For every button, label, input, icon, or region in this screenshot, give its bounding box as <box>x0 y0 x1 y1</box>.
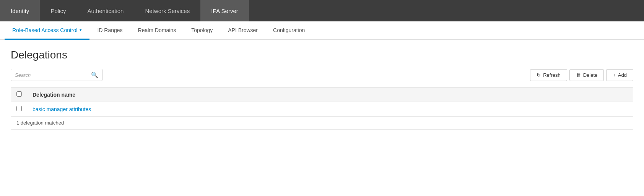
tab-rbac-label: Role-Based Access Control <box>12 27 77 33</box>
tab-api-browser[interactable]: API Browser <box>220 21 265 40</box>
row-checkbox-cell <box>11 102 27 117</box>
select-all-checkbox[interactable] <box>16 91 22 97</box>
tab-configuration[interactable]: Configuration <box>265 21 312 40</box>
col-delegation-name: Delegation name <box>27 87 633 102</box>
trash-icon: 🗑 <box>576 72 581 78</box>
delete-label: Delete <box>583 72 598 78</box>
search-button[interactable]: 🔍 <box>87 69 102 81</box>
chevron-down-icon: ▾ <box>80 28 82 32</box>
row-delegation-name-cell: basic manager attributes <box>27 102 633 117</box>
refresh-button[interactable]: ↻ Refresh <box>530 69 567 81</box>
tab-topology[interactable]: Topology <box>184 21 220 40</box>
nav-item-ipa-server[interactable]: IPA Server <box>200 0 249 21</box>
delete-button[interactable]: 🗑 Delete <box>569 69 604 81</box>
select-all-cell <box>11 87 27 102</box>
toolbar: 🔍 ↻ Refresh 🗑 Delete + Add <box>11 69 633 81</box>
nav-item-authentication[interactable]: Authentication <box>76 0 134 21</box>
action-buttons: ↻ Refresh 🗑 Delete + Add <box>530 69 633 81</box>
table-footer: 1 delegation matched <box>11 116 633 129</box>
tab-realm-domains[interactable]: Realm Domains <box>130 21 184 40</box>
table-row: basic manager attributes <box>11 102 633 117</box>
add-button[interactable]: + Add <box>606 69 633 81</box>
delegations-table: Delegation name basic manager attributes… <box>11 87 633 130</box>
plus-icon: + <box>613 72 616 78</box>
tab-id-ranges[interactable]: ID Ranges <box>89 21 130 40</box>
nav-item-policy[interactable]: Policy <box>40 0 76 21</box>
refresh-label: Refresh <box>543 72 561 78</box>
search-input[interactable] <box>11 70 87 81</box>
search-wrapper: 🔍 <box>11 69 102 81</box>
nav-item-network-services[interactable]: Network Services <box>134 0 200 21</box>
top-nav: Identity Policy Authentication Network S… <box>0 0 644 21</box>
add-label: Add <box>618 72 627 78</box>
sub-nav: Role-Based Access Control ▾ ID Ranges Re… <box>0 21 644 40</box>
page-title: Delegations <box>11 49 633 61</box>
main-content: Delegations 🔍 ↻ Refresh 🗑 Delete + Add <box>0 40 644 139</box>
row-checkbox[interactable] <box>16 106 22 111</box>
refresh-icon: ↻ <box>537 72 541 78</box>
tab-rbac[interactable]: Role-Based Access Control ▾ <box>5 21 89 40</box>
delegation-name-link[interactable]: basic manager attributes <box>33 106 91 112</box>
search-icon: 🔍 <box>91 71 98 78</box>
nav-item-identity[interactable]: Identity <box>0 0 40 21</box>
